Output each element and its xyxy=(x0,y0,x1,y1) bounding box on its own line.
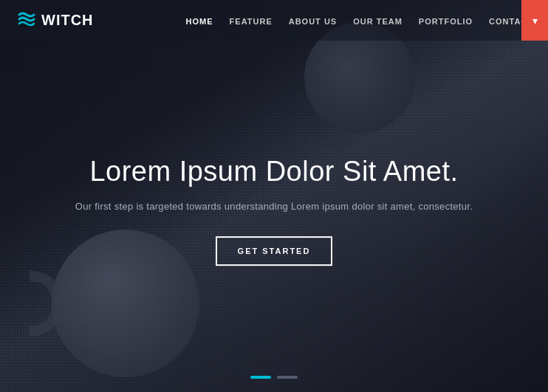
navbar: WITCH HOME FEATURE ABOUT US OUR TEAM POR… xyxy=(0,0,548,41)
hero-section: WITCH HOME FEATURE ABOUT US OUR TEAM POR… xyxy=(0,0,548,392)
nav-item-home[interactable]: HOME xyxy=(186,14,213,27)
nav-item-about[interactable]: ABOUT US xyxy=(289,14,337,27)
nav-link-feature[interactable]: FEATURE xyxy=(230,17,273,26)
logo-icon xyxy=(15,9,38,32)
nav-item-portfolio[interactable]: PORTFOLIO xyxy=(419,14,473,27)
hero-title: Lorem Ipsum Dolor Sit Amet. xyxy=(52,156,496,188)
nav-links: HOME FEATURE ABOUT US OUR TEAM PORTFOLIO… xyxy=(186,14,533,27)
nav-link-home[interactable]: HOME xyxy=(186,17,213,26)
hero-subtitle: Our first step is targeted towards under… xyxy=(52,199,496,215)
slide-indicators xyxy=(250,376,298,379)
nav-link-team[interactable]: OUR TEAM xyxy=(353,17,403,26)
hero-content: Lorem Ipsum Dolor Sit Amet. Our first st… xyxy=(52,156,496,267)
logo[interactable]: WITCH xyxy=(15,9,94,32)
nav-item-team[interactable]: OUR TEAM xyxy=(353,14,403,27)
slide-indicator-2[interactable] xyxy=(277,376,298,379)
get-started-button[interactable]: GET STARTED xyxy=(216,236,333,266)
logo-text: WITCH xyxy=(41,12,94,29)
chevron-down-icon: ▾ xyxy=(532,15,538,27)
mobile-menu-toggle[interactable]: ▾ xyxy=(521,0,548,41)
nav-link-about[interactable]: ABOUT US xyxy=(289,17,337,26)
nav-link-portfolio[interactable]: PORTFOLIO xyxy=(419,17,473,26)
nav-item-feature[interactable]: FEATURE xyxy=(230,14,273,27)
slide-indicator-1[interactable] xyxy=(250,376,271,379)
